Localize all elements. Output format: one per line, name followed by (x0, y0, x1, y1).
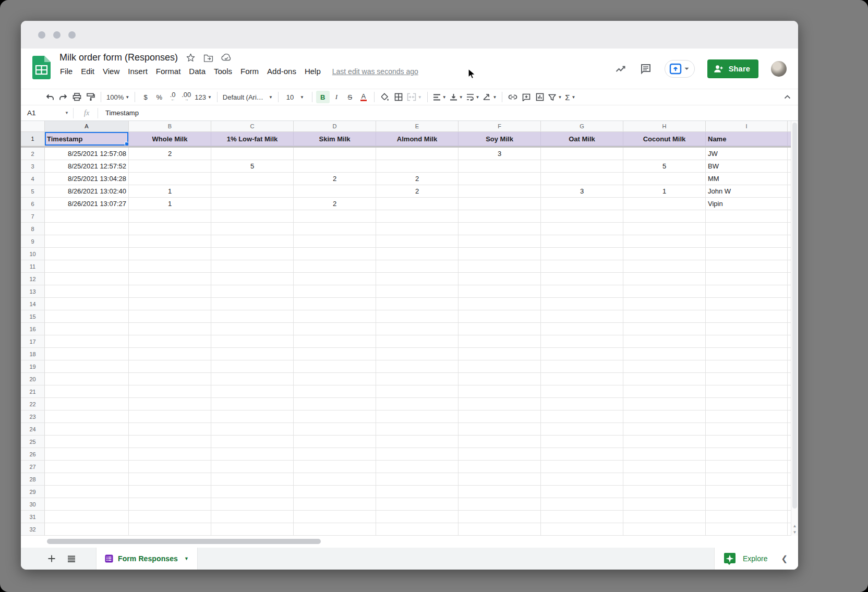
functions-button[interactable]: Σ▼ (563, 91, 577, 103)
cell-A22[interactable] (45, 398, 129, 410)
cell-F30[interactable] (459, 498, 541, 511)
cell-B6[interactable]: 1 (129, 198, 211, 210)
cell-D25[interactable] (294, 436, 376, 448)
borders-button[interactable] (392, 91, 405, 103)
cell-D30[interactable] (294, 498, 376, 511)
cell-I9[interactable] (706, 235, 788, 248)
cell-H28[interactable] (623, 473, 706, 486)
cell-F28[interactable] (459, 473, 541, 486)
cell-I1[interactable]: Name (706, 132, 788, 146)
cell-B15[interactable] (129, 310, 211, 323)
move-to-folder-icon[interactable] (203, 54, 213, 62)
cell-B13[interactable] (129, 285, 211, 298)
window-close-button[interactable] (38, 31, 45, 39)
column-header-H[interactable]: H (623, 121, 706, 132)
cell-F6[interactable] (459, 198, 541, 210)
cell-D7[interactable] (294, 210, 376, 223)
cell-I31[interactable] (706, 511, 788, 523)
cell-F13[interactable] (459, 285, 541, 298)
cell-F15[interactable] (459, 310, 541, 323)
cell-D4[interactable]: 2 (294, 173, 376, 185)
cell-C22[interactable] (211, 398, 294, 410)
row-header-7[interactable]: 7 (21, 210, 45, 223)
cell-F12[interactable] (459, 273, 541, 285)
cell-H20[interactable] (623, 373, 706, 385)
scroll-up-icon[interactable]: ▲ (793, 524, 797, 528)
cell-C6[interactable] (211, 198, 294, 210)
insert-comment-button[interactable] (520, 91, 533, 103)
cell-D5[interactable] (294, 185, 376, 198)
cell-G24[interactable] (541, 423, 623, 436)
cell-G32[interactable] (541, 523, 623, 536)
cell-E4[interactable]: 2 (376, 173, 459, 185)
cell-F31[interactable] (459, 511, 541, 523)
cell-A24[interactable] (45, 423, 129, 436)
cell-G14[interactable] (541, 298, 623, 310)
cell-F32[interactable] (459, 523, 541, 536)
cell-A9[interactable] (45, 235, 129, 248)
cell-H9[interactable] (623, 235, 706, 248)
cell-E2[interactable] (376, 148, 459, 160)
zoom-select[interactable]: 100%▼ (105, 91, 131, 103)
menu-data[interactable]: Data (185, 66, 210, 77)
cell-B32[interactable] (129, 523, 211, 536)
cell-B24[interactable] (129, 423, 211, 436)
cell-C23[interactable] (211, 410, 294, 423)
cell-I24[interactable] (706, 423, 788, 436)
window-minimize-button[interactable] (53, 31, 61, 39)
cell-F20[interactable] (459, 373, 541, 385)
cell-A5[interactable]: 8/26/2021 13:02:40 (45, 185, 129, 198)
cell-A17[interactable] (45, 335, 129, 348)
cell-E31[interactable] (376, 511, 459, 523)
menu-file[interactable]: File (56, 66, 77, 77)
cell-F11[interactable] (459, 260, 541, 273)
fill-color-button[interactable] (378, 91, 392, 103)
cell-E28[interactable] (376, 473, 459, 486)
comment-history-icon[interactable] (640, 63, 652, 75)
cell-C29[interactable] (211, 486, 294, 498)
cell-F27[interactable] (459, 461, 541, 473)
cell-E26[interactable] (376, 448, 459, 461)
cell-B29[interactable] (129, 486, 211, 498)
cell-I10[interactable] (706, 248, 788, 260)
menu-form[interactable]: Form (236, 66, 263, 77)
cell-D8[interactable] (294, 223, 376, 235)
row-header-16[interactable]: 16 (21, 323, 45, 335)
row-header-8[interactable]: 8 (21, 223, 45, 235)
cell-A1[interactable]: Timestamp (45, 132, 129, 146)
cell-A10[interactable] (45, 248, 129, 260)
cell-A19[interactable] (45, 360, 129, 373)
cell-C26[interactable] (211, 448, 294, 461)
paint-format-button[interactable] (83, 91, 97, 103)
cell-E22[interactable] (376, 398, 459, 410)
document-title[interactable]: Milk order form (Responses) (59, 52, 178, 63)
row-header-17[interactable]: 17 (21, 335, 45, 348)
cell-E1[interactable]: Almond Milk (376, 132, 459, 146)
insights-icon[interactable] (614, 63, 627, 75)
cell-D9[interactable] (294, 235, 376, 248)
cell-I25[interactable] (706, 436, 788, 448)
name-box-caret-icon[interactable]: ▼ (65, 111, 69, 115)
cell-A21[interactable] (45, 385, 129, 398)
cell-C1[interactable]: 1% Low-fat Milk (211, 132, 294, 146)
cell-A25[interactable] (45, 436, 129, 448)
cell-G9[interactable] (541, 235, 623, 248)
horizontal-scrollbar-thumb[interactable] (47, 539, 321, 544)
cell-H10[interactable] (623, 248, 706, 260)
explore-button[interactable]: Explore ❮ (714, 548, 798, 570)
vertical-align-button[interactable]: ▼ (448, 91, 465, 103)
row-header-6[interactable]: 6 (21, 198, 45, 210)
row-header-26[interactable]: 26 (21, 448, 45, 461)
cell-C16[interactable] (211, 323, 294, 335)
horizontal-align-button[interactable]: ▼ (431, 91, 448, 103)
cell-D13[interactable] (294, 285, 376, 298)
cell-B16[interactable] (129, 323, 211, 335)
cell-C8[interactable] (211, 223, 294, 235)
cell-H29[interactable] (623, 486, 706, 498)
cell-F7[interactable] (459, 210, 541, 223)
cell-B12[interactable] (129, 273, 211, 285)
cell-G11[interactable] (541, 260, 623, 273)
cell-H15[interactable] (623, 310, 706, 323)
cell-F19[interactable] (459, 360, 541, 373)
formula-input[interactable]: Timestamp (98, 109, 139, 117)
